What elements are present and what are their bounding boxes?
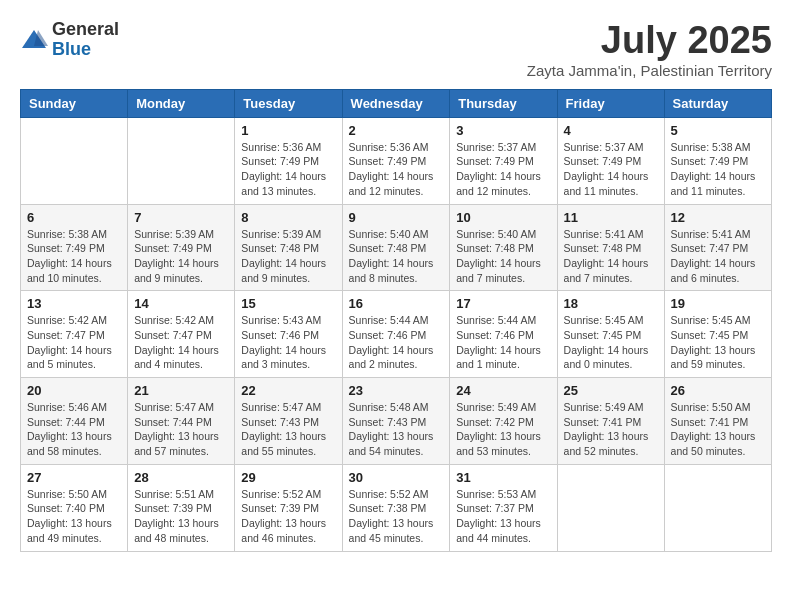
- calendar-cell: 31Sunrise: 5:53 AM Sunset: 7:37 PM Dayli…: [450, 464, 557, 551]
- day-header-wednesday: Wednesday: [342, 89, 450, 117]
- day-info: Sunrise: 5:46 AM Sunset: 7:44 PM Dayligh…: [27, 400, 121, 459]
- day-number: 20: [27, 383, 121, 398]
- day-info: Sunrise: 5:40 AM Sunset: 7:48 PM Dayligh…: [349, 227, 444, 286]
- calendar-cell: [21, 117, 128, 204]
- day-number: 10: [456, 210, 550, 225]
- day-number: 16: [349, 296, 444, 311]
- day-number: 30: [349, 470, 444, 485]
- calendar-cell: 7Sunrise: 5:39 AM Sunset: 7:49 PM Daylig…: [128, 204, 235, 291]
- calendar-cell: [664, 464, 771, 551]
- day-info: Sunrise: 5:49 AM Sunset: 7:42 PM Dayligh…: [456, 400, 550, 459]
- day-header-monday: Monday: [128, 89, 235, 117]
- calendar-cell: 27Sunrise: 5:50 AM Sunset: 7:40 PM Dayli…: [21, 464, 128, 551]
- calendar-cell: 20Sunrise: 5:46 AM Sunset: 7:44 PM Dayli…: [21, 378, 128, 465]
- day-number: 27: [27, 470, 121, 485]
- day-info: Sunrise: 5:45 AM Sunset: 7:45 PM Dayligh…: [564, 313, 658, 372]
- day-info: Sunrise: 5:51 AM Sunset: 7:39 PM Dayligh…: [134, 487, 228, 546]
- day-info: Sunrise: 5:42 AM Sunset: 7:47 PM Dayligh…: [27, 313, 121, 372]
- day-info: Sunrise: 5:52 AM Sunset: 7:39 PM Dayligh…: [241, 487, 335, 546]
- day-info: Sunrise: 5:43 AM Sunset: 7:46 PM Dayligh…: [241, 313, 335, 372]
- logo: General Blue: [20, 20, 119, 60]
- day-header-saturday: Saturday: [664, 89, 771, 117]
- calendar-cell: 4Sunrise: 5:37 AM Sunset: 7:49 PM Daylig…: [557, 117, 664, 204]
- calendar-week-5: 27Sunrise: 5:50 AM Sunset: 7:40 PM Dayli…: [21, 464, 772, 551]
- calendar-cell: 16Sunrise: 5:44 AM Sunset: 7:46 PM Dayli…: [342, 291, 450, 378]
- day-info: Sunrise: 5:53 AM Sunset: 7:37 PM Dayligh…: [456, 487, 550, 546]
- day-info: Sunrise: 5:41 AM Sunset: 7:48 PM Dayligh…: [564, 227, 658, 286]
- calendar-cell: 22Sunrise: 5:47 AM Sunset: 7:43 PM Dayli…: [235, 378, 342, 465]
- day-number: 17: [456, 296, 550, 311]
- calendar-cell: 3Sunrise: 5:37 AM Sunset: 7:49 PM Daylig…: [450, 117, 557, 204]
- calendar-cell: 2Sunrise: 5:36 AM Sunset: 7:49 PM Daylig…: [342, 117, 450, 204]
- day-info: Sunrise: 5:36 AM Sunset: 7:49 PM Dayligh…: [349, 140, 444, 199]
- calendar-cell: [557, 464, 664, 551]
- page-header: General Blue July 2025 Zayta Jamma'in, P…: [20, 20, 772, 79]
- calendar-header-row: SundayMondayTuesdayWednesdayThursdayFrid…: [21, 89, 772, 117]
- day-number: 24: [456, 383, 550, 398]
- calendar-table: SundayMondayTuesdayWednesdayThursdayFrid…: [20, 89, 772, 552]
- calendar-cell: 21Sunrise: 5:47 AM Sunset: 7:44 PM Dayli…: [128, 378, 235, 465]
- calendar-cell: 17Sunrise: 5:44 AM Sunset: 7:46 PM Dayli…: [450, 291, 557, 378]
- day-number: 3: [456, 123, 550, 138]
- day-info: Sunrise: 5:37 AM Sunset: 7:49 PM Dayligh…: [564, 140, 658, 199]
- day-number: 6: [27, 210, 121, 225]
- day-header-tuesday: Tuesday: [235, 89, 342, 117]
- day-info: Sunrise: 5:50 AM Sunset: 7:41 PM Dayligh…: [671, 400, 765, 459]
- calendar-cell: 24Sunrise: 5:49 AM Sunset: 7:42 PM Dayli…: [450, 378, 557, 465]
- day-number: 29: [241, 470, 335, 485]
- calendar-cell: 9Sunrise: 5:40 AM Sunset: 7:48 PM Daylig…: [342, 204, 450, 291]
- calendar-cell: 26Sunrise: 5:50 AM Sunset: 7:41 PM Dayli…: [664, 378, 771, 465]
- day-info: Sunrise: 5:47 AM Sunset: 7:44 PM Dayligh…: [134, 400, 228, 459]
- day-number: 28: [134, 470, 228, 485]
- calendar-cell: 23Sunrise: 5:48 AM Sunset: 7:43 PM Dayli…: [342, 378, 450, 465]
- day-info: Sunrise: 5:47 AM Sunset: 7:43 PM Dayligh…: [241, 400, 335, 459]
- day-number: 7: [134, 210, 228, 225]
- day-info: Sunrise: 5:41 AM Sunset: 7:47 PM Dayligh…: [671, 227, 765, 286]
- day-info: Sunrise: 5:50 AM Sunset: 7:40 PM Dayligh…: [27, 487, 121, 546]
- calendar-cell: 5Sunrise: 5:38 AM Sunset: 7:49 PM Daylig…: [664, 117, 771, 204]
- day-info: Sunrise: 5:42 AM Sunset: 7:47 PM Dayligh…: [134, 313, 228, 372]
- day-number: 25: [564, 383, 658, 398]
- day-number: 26: [671, 383, 765, 398]
- day-number: 14: [134, 296, 228, 311]
- day-number: 21: [134, 383, 228, 398]
- day-number: 9: [349, 210, 444, 225]
- day-info: Sunrise: 5:44 AM Sunset: 7:46 PM Dayligh…: [456, 313, 550, 372]
- day-number: 23: [349, 383, 444, 398]
- day-number: 1: [241, 123, 335, 138]
- calendar-cell: 14Sunrise: 5:42 AM Sunset: 7:47 PM Dayli…: [128, 291, 235, 378]
- day-number: 8: [241, 210, 335, 225]
- day-header-friday: Friday: [557, 89, 664, 117]
- calendar-cell: 13Sunrise: 5:42 AM Sunset: 7:47 PM Dayli…: [21, 291, 128, 378]
- day-number: 19: [671, 296, 765, 311]
- day-number: 22: [241, 383, 335, 398]
- day-number: 11: [564, 210, 658, 225]
- day-header-sunday: Sunday: [21, 89, 128, 117]
- day-header-thursday: Thursday: [450, 89, 557, 117]
- svg-marker-1: [34, 30, 48, 46]
- calendar-cell: 18Sunrise: 5:45 AM Sunset: 7:45 PM Dayli…: [557, 291, 664, 378]
- calendar-cell: 8Sunrise: 5:39 AM Sunset: 7:48 PM Daylig…: [235, 204, 342, 291]
- day-info: Sunrise: 5:45 AM Sunset: 7:45 PM Dayligh…: [671, 313, 765, 372]
- day-info: Sunrise: 5:39 AM Sunset: 7:49 PM Dayligh…: [134, 227, 228, 286]
- calendar-cell: 25Sunrise: 5:49 AM Sunset: 7:41 PM Dayli…: [557, 378, 664, 465]
- title-block: July 2025 Zayta Jamma'in, Palestinian Te…: [527, 20, 772, 79]
- calendar-week-1: 1Sunrise: 5:36 AM Sunset: 7:49 PM Daylig…: [21, 117, 772, 204]
- day-info: Sunrise: 5:38 AM Sunset: 7:49 PM Dayligh…: [671, 140, 765, 199]
- day-info: Sunrise: 5:39 AM Sunset: 7:48 PM Dayligh…: [241, 227, 335, 286]
- calendar-cell: 12Sunrise: 5:41 AM Sunset: 7:47 PM Dayli…: [664, 204, 771, 291]
- day-number: 13: [27, 296, 121, 311]
- location-subtitle: Zayta Jamma'in, Palestinian Territory: [527, 62, 772, 79]
- calendar-cell: 11Sunrise: 5:41 AM Sunset: 7:48 PM Dayli…: [557, 204, 664, 291]
- day-info: Sunrise: 5:52 AM Sunset: 7:38 PM Dayligh…: [349, 487, 444, 546]
- calendar-cell: 29Sunrise: 5:52 AM Sunset: 7:39 PM Dayli…: [235, 464, 342, 551]
- calendar-cell: 28Sunrise: 5:51 AM Sunset: 7:39 PM Dayli…: [128, 464, 235, 551]
- logo-text: General Blue: [52, 20, 119, 60]
- day-number: 31: [456, 470, 550, 485]
- month-title: July 2025: [527, 20, 772, 62]
- day-info: Sunrise: 5:38 AM Sunset: 7:49 PM Dayligh…: [27, 227, 121, 286]
- day-info: Sunrise: 5:48 AM Sunset: 7:43 PM Dayligh…: [349, 400, 444, 459]
- day-info: Sunrise: 5:36 AM Sunset: 7:49 PM Dayligh…: [241, 140, 335, 199]
- day-number: 4: [564, 123, 658, 138]
- calendar-week-2: 6Sunrise: 5:38 AM Sunset: 7:49 PM Daylig…: [21, 204, 772, 291]
